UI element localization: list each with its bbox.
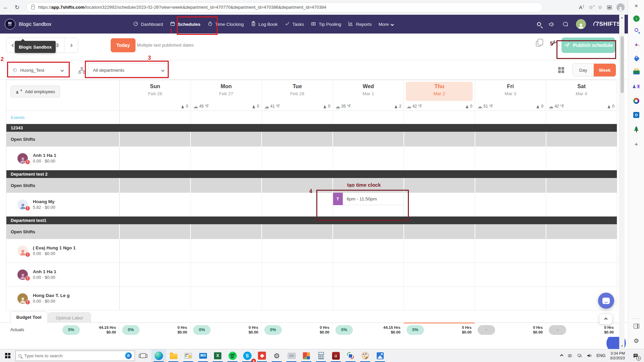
taskbar-tiles-app-icon[interactable] [299, 349, 314, 362]
day-header-mon[interactable]: MonFeb 27☁45 °F0 [191, 80, 262, 111]
open-shift-cell[interactable] [475, 178, 546, 193]
taskbar-search-input[interactable] [24, 353, 122, 358]
outlook-icon[interactable]: O [628, 112, 644, 118]
events-cell[interactable] [546, 111, 617, 124]
tools-sidebar-icon[interactable] [628, 70, 644, 74]
employee-label[interactable]: !Hong Dao T. Le g0.00 · $0.00 [6, 287, 120, 310]
hidden-icons-chevron[interactable] [560, 354, 564, 357]
sidebar-search-icon[interactable] [628, 28, 644, 32]
collections-icon[interactable] [607, 5, 612, 9]
open-shift-cell[interactable] [546, 178, 617, 193]
open-shift-cell[interactable] [191, 178, 262, 193]
schedule-cell[interactable] [475, 193, 546, 216]
notification-center-icon[interactable]: 5 [629, 349, 642, 362]
day-view-button[interactable]: Day [573, 64, 594, 76]
taskbar-3d-viewer-icon[interactable] [343, 349, 358, 362]
open-shift-cell[interactable] [475, 224, 546, 239]
schedule-cell[interactable] [262, 263, 333, 286]
copy-schedule-icon[interactable] [536, 41, 541, 47]
schedule-cell[interactable] [191, 263, 262, 286]
schedule-cell[interactable] [333, 263, 404, 286]
events-cell[interactable] [120, 111, 191, 124]
tray-device-icon[interactable] [567, 353, 573, 358]
nav-item-time-clocking[interactable]: Time Clocking [207, 21, 244, 27]
open-shift-cell[interactable] [475, 132, 546, 146]
nav-item-reports[interactable]: Reports [348, 21, 372, 27]
schedule-cell[interactable] [475, 287, 546, 310]
open-shift-cell[interactable] [546, 132, 617, 146]
chat-launcher-button[interactable] [598, 293, 614, 309]
location-name[interactable]: Blogic Sandbox [19, 21, 51, 27]
nav-item-dashboard[interactable]: Dashboard [133, 21, 163, 27]
day-header-thu[interactable]: ThuMar 2☁42 °F0 [404, 80, 475, 111]
user-avatar[interactable] [576, 19, 586, 29]
page-scrollbar[interactable]: ▲ ▼ [619, 15, 625, 349]
tab-optimal-labor[interactable]: Optimal Labor [48, 312, 91, 323]
employee-label[interactable]: !Hoang My5.82 · $0.00 [6, 193, 120, 216]
schedule-cell[interactable] [262, 287, 333, 310]
nav-item-schedules[interactable]: Schedules [170, 21, 201, 27]
events-cell[interactable] [262, 111, 333, 124]
close-sidebar-icon[interactable]: × [628, 3, 644, 9]
schedule-cell[interactable] [120, 287, 191, 310]
schedule-cell[interactable] [546, 239, 617, 262]
open-shift-cell[interactable] [404, 224, 475, 239]
day-header-sat[interactable]: SatMar 4☁42 °F0 [546, 80, 617, 111]
tab-budget-tool[interactable]: Budget Tool [10, 311, 48, 323]
schedule-cell[interactable] [191, 193, 262, 216]
language-indicator[interactable]: ENG [596, 353, 605, 358]
events-cell[interactable] [475, 111, 546, 124]
schedule-cell[interactable] [404, 193, 475, 216]
day-header-sun[interactable]: SunFeb 260 [120, 80, 191, 111]
schedule-cell[interactable] [333, 146, 404, 170]
grid-view-icon[interactable] [558, 67, 564, 73]
taskbar-alpha-app-icon[interactable]: α [328, 349, 343, 362]
schedule-cell[interactable] [120, 146, 191, 170]
games-icon[interactable]: ♟♜ [628, 84, 644, 89]
schedule-cell[interactable] [120, 263, 191, 286]
schedule-cell[interactable] [475, 146, 546, 170]
volume-icon[interactable] [587, 353, 592, 358]
employee-label[interactable]: !Anh 1 Ha 10.00 · $0.00 [6, 146, 120, 170]
open-shift-cell[interactable] [546, 224, 617, 239]
taskbar-settings-icon[interactable]: ⚙ [269, 349, 284, 362]
taskbar-devtools-icon[interactable] [181, 349, 196, 362]
schedule-cell[interactable] [546, 146, 617, 170]
events-link[interactable]: Events [6, 111, 120, 124]
open-shift-cell[interactable] [262, 132, 333, 146]
events-cell[interactable] [333, 111, 404, 124]
browser-refresh-icon[interactable]: ↻ [11, 4, 23, 11]
schedule-cell[interactable] [404, 239, 475, 262]
nav-item-log-book[interactable]: Log Book [251, 21, 278, 27]
bing-chat-icon[interactable]: b [125, 352, 132, 359]
scroll-up-arrow[interactable]: ▲ [620, 16, 625, 19]
taskbar-skype-icon[interactable]: S3 [240, 349, 255, 362]
browser-back-icon[interactable]: ← [0, 4, 11, 11]
restaurant-logo-icon[interactable] [5, 19, 15, 29]
nav-item-tasks[interactable]: Tasks [284, 21, 304, 27]
start-button[interactable] [0, 349, 15, 362]
taskbar-display-app-icon[interactable] [196, 349, 210, 362]
read-aloud-icon[interactable]: A [579, 4, 584, 10]
search-icon[interactable] [537, 22, 541, 26]
day-header-fri[interactable]: FriMar 3☁51 °F0 [475, 80, 546, 111]
scrollbar-thumb[interactable] [621, 36, 624, 93]
taskbar-paint-icon[interactable] [358, 349, 373, 362]
microsoft-365-icon[interactable] [628, 98, 644, 104]
nav-item-tip-pooling[interactable]: Tip Pooling [311, 21, 341, 27]
schedule-cell[interactable] [404, 263, 475, 286]
open-shift-cell[interactable] [333, 224, 404, 239]
schedule-cell[interactable] [262, 193, 333, 216]
taskbar-edge-icon[interactable] [151, 349, 166, 362]
schedule-cell[interactable] [333, 239, 404, 262]
open-shift-cell[interactable] [262, 178, 333, 193]
department-select[interactable]: All departments [88, 63, 169, 77]
sidebar-panel-icon[interactable] [628, 324, 644, 328]
schedule-cell[interactable] [262, 239, 333, 262]
copilot-icon[interactable]: ✦ [628, 42, 644, 48]
today-button[interactable]: Today [111, 38, 136, 52]
open-shift-cell[interactable] [120, 178, 191, 193]
schedule-cell[interactable] [120, 193, 191, 216]
open-shift-cell[interactable] [333, 178, 404, 193]
address-bar[interactable]: https://app.7shifts.com/location/322992/… [26, 2, 543, 12]
